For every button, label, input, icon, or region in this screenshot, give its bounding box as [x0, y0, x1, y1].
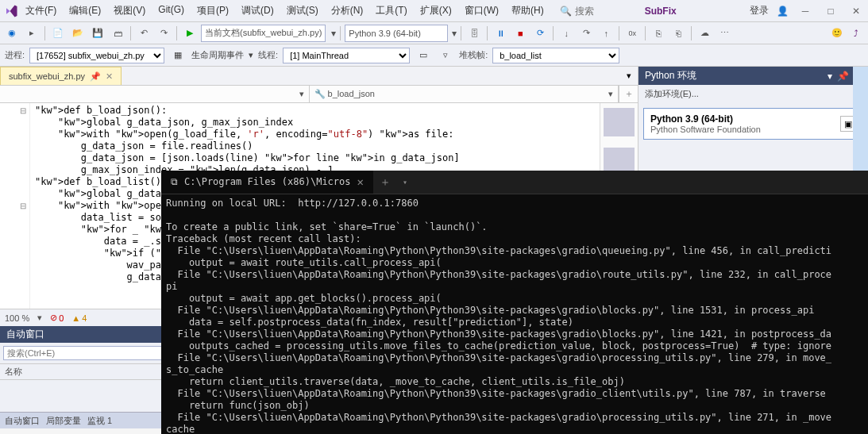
pause-icon[interactable]: ⏸: [492, 25, 509, 42]
menu-e[interactable]: 编辑(E): [63, 1, 107, 21]
menu-s[interactable]: 测试(S): [280, 1, 325, 21]
error-count[interactable]: ⊘ 0: [50, 313, 64, 323]
lifecycle-icon[interactable]: ▦: [169, 47, 187, 64]
nav-fwd-icon: ▸: [23, 25, 41, 42]
env-panel-title: Python 环境: [645, 69, 696, 83]
feedback-icon[interactable]: 🙂: [828, 25, 846, 42]
stack-label: 堆栈帧:: [459, 49, 488, 61]
context-combo[interactable]: 当前文档(subfix_webui_zh.py): [201, 25, 326, 42]
minimize-button[interactable]: ─: [797, 2, 814, 20]
bottom-tab-watch[interactable]: 监视 1: [87, 415, 112, 427]
login-link[interactable]: 登录: [750, 4, 769, 17]
ext1-icon[interactable]: ⎘: [650, 25, 667, 42]
menu-v[interactable]: 视图(V): [107, 1, 152, 21]
pin-icon[interactable]: 📌: [90, 71, 101, 82]
new-file-icon[interactable]: 📄: [49, 25, 67, 42]
app-title: SubFix: [645, 6, 677, 17]
hex-icon[interactable]: 0x: [623, 25, 641, 42]
warning-count[interactable]: ▲ 4: [71, 313, 87, 323]
menu-x[interactable]: 扩展(X): [414, 1, 458, 21]
file-tab[interactable]: subfix_webui_zh.py 📌 ✕: [0, 67, 122, 85]
terminal-output[interactable]: Running on local URL: http://127.0.0.1:7…: [161, 194, 868, 434]
stop-icon[interactable]: ■: [511, 25, 529, 42]
menu-dots-icon[interactable]: ⋯: [716, 25, 733, 42]
menu-h[interactable]: 帮助(H): [505, 1, 550, 21]
save-icon[interactable]: 💾: [89, 25, 106, 42]
restart-icon[interactable]: ⟳: [531, 25, 549, 42]
menu-d[interactable]: 调试(D): [235, 1, 280, 21]
ext2-icon[interactable]: ⎗: [669, 25, 687, 42]
env-card-title: Python 3.9 (64-bit): [650, 113, 761, 125]
terminal-dropdown-icon[interactable]: ▾: [397, 171, 413, 194]
add-env-link[interactable]: 添加环境(E)...: [638, 85, 868, 103]
menu-n[interactable]: 分析(N): [325, 1, 370, 21]
thread-label: 线程:: [258, 49, 278, 61]
step-over-icon[interactable]: ↷: [577, 25, 595, 42]
bottom-tab-auto[interactable]: 自动窗口: [5, 415, 40, 427]
scope-combo-left[interactable]: ▾: [0, 86, 310, 102]
terminal-tab[interactable]: ⧉ C:\Program Files (x86)\Micros ✕: [161, 171, 373, 194]
thread-combo[interactable]: [1] MainThread: [283, 48, 410, 63]
step-into-icon[interactable]: ↓: [557, 25, 575, 42]
stack-combo[interactable]: b_load_list: [492, 48, 619, 63]
process-combo[interactable]: [17652] subfix_webui_zh.py: [29, 48, 164, 63]
share-icon[interactable]: ⤴: [847, 25, 865, 42]
step-out-icon[interactable]: ↑: [597, 25, 615, 42]
bottom-tab-locals[interactable]: 局部变量: [46, 415, 81, 427]
tab-close-icon[interactable]: ✕: [106, 71, 113, 82]
zoom-level[interactable]: 100 %: [5, 313, 29, 323]
menu-p[interactable]: 项目(P): [191, 1, 235, 21]
file-tab-label: subfix_webui_zh.py: [9, 71, 85, 81]
cmd-icon: ⧉: [171, 176, 178, 188]
env-card-sub: Python Software Foundation: [650, 125, 761, 134]
db-icon[interactable]: 🗄: [465, 25, 483, 42]
tab-nav-icon[interactable]: ▾: [620, 67, 638, 84]
menu-gitg[interactable]: Git(G): [152, 1, 191, 21]
lifecycle-label: 生命周期事件: [191, 49, 244, 61]
nav-back-icon[interactable]: ◉: [3, 25, 21, 42]
terminal-tab-title: C:\Program Files (x86)\Micros: [184, 176, 351, 188]
cloud-icon[interactable]: ☁: [696, 25, 713, 42]
env-card[interactable]: Python 3.9 (64-bit) Python Software Foun…: [643, 108, 863, 140]
thread-icon2[interactable]: ▿: [437, 47, 454, 64]
scope-combo-right[interactable]: 🔧 b_load_json▾: [310, 86, 619, 102]
panel-dropdown-icon[interactable]: ▾: [827, 71, 832, 82]
maximize-button[interactable]: □: [822, 2, 839, 20]
undo-icon[interactable]: ↶: [135, 25, 152, 42]
terminal-new-tab[interactable]: ＋: [373, 171, 397, 194]
search-input[interactable]: [575, 6, 638, 17]
terminal-tab-close-icon[interactable]: ✕: [357, 176, 364, 188]
process-label: 进程:: [5, 49, 25, 61]
vs-logo-icon: [3, 3, 19, 19]
menu-f[interactable]: 文件(F): [19, 1, 63, 21]
save-all-icon[interactable]: 🗃: [109, 25, 126, 42]
add-combo-icon[interactable]: ＋: [619, 86, 638, 102]
close-button[interactable]: ✕: [847, 2, 865, 20]
continue-icon[interactable]: ▶: [181, 25, 199, 42]
thread-icon1[interactable]: ▭: [415, 47, 432, 64]
menu-w[interactable]: 窗口(W): [458, 1, 505, 21]
user-icon[interactable]: 👤: [777, 6, 789, 17]
redo-icon[interactable]: ↷: [155, 25, 172, 42]
menu-t[interactable]: 工具(T): [369, 1, 413, 21]
python-env-combo[interactable]: Python 3.9 (64-bit): [345, 25, 448, 42]
open-icon[interactable]: 📂: [69, 25, 87, 42]
search-icon: 🔍: [560, 6, 572, 17]
